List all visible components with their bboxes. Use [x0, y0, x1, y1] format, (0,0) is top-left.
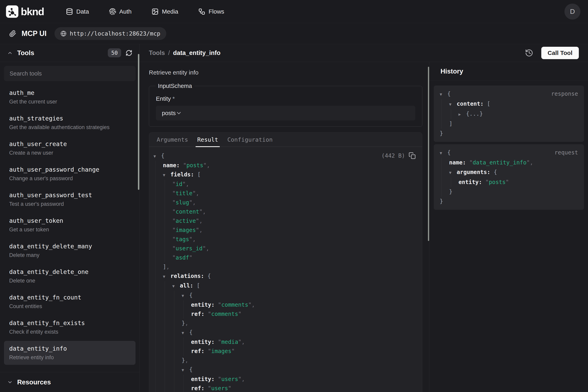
- expand-triangle-icon[interactable]: ▶: [458, 110, 466, 119]
- breadcrumb-parent[interactable]: Tools: [149, 49, 165, 56]
- history-header: History: [429, 62, 588, 81]
- json-line: name: "posts",: [154, 161, 415, 170]
- fingerprint-icon: [109, 8, 116, 15]
- tool-list-item[interactable]: auth_user_token Get a user token: [4, 213, 136, 237]
- tool-list-item[interactable]: auth_user_password_change Change a user'…: [4, 162, 136, 186]
- tool-list-item[interactable]: auth_user_password_test Test a user's pa…: [4, 188, 136, 212]
- refresh-icon[interactable]: [126, 50, 132, 56]
- nav-item-data[interactable]: Data: [66, 8, 89, 15]
- database-icon: [66, 8, 73, 15]
- json-line: ▼{: [154, 151, 415, 161]
- collapse-triangle-icon[interactable]: ▼: [449, 100, 457, 109]
- tool-list-item[interactable]: auth_me Get the current user: [4, 85, 136, 109]
- json-line: },: [154, 356, 415, 365]
- image-icon: [152, 8, 159, 15]
- tool-list-item[interactable]: auth_user_create Create a new user: [4, 136, 136, 160]
- tabs-row: Arguments Result Configuration: [149, 132, 422, 147]
- history-entries: response▼{▼content: [▶{...}]}request▼{na…: [429, 81, 588, 212]
- tool-name: auth_user_create: [9, 141, 130, 148]
- json-line: "tags",: [154, 235, 415, 244]
- tool-description: Test a user's password: [9, 201, 130, 207]
- mcp-url: http://localhost:28623/mcp: [70, 30, 160, 37]
- collapse-triangle-icon[interactable]: ▼: [163, 170, 171, 180]
- result-json-tree: ▼{name: "posts",▼fields: ["id","title","…: [154, 151, 415, 392]
- tool-description: Delete one: [9, 278, 130, 284]
- history-toggle-icon[interactable]: [525, 49, 533, 57]
- tool-name: data_entity_fn_exists: [9, 320, 130, 326]
- nav-label: Media: [162, 8, 178, 15]
- entity-select[interactable]: posts: [156, 106, 415, 120]
- tool-list-item[interactable]: data_entity_fn_exists Check if entity ex…: [4, 315, 136, 339]
- tab-configuration[interactable]: Configuration: [227, 132, 273, 147]
- user-avatar[interactable]: D: [565, 4, 581, 20]
- entity-field-label: Entity*: [156, 95, 418, 102]
- search-tools-input[interactable]: [4, 66, 136, 81]
- json-line: ▼{: [154, 328, 415, 338]
- nav-item-auth[interactable]: Auth: [109, 8, 132, 15]
- search-tools-wrap: [0, 62, 140, 85]
- json-line: ],: [154, 262, 415, 272]
- tab-arguments[interactable]: Arguments: [157, 132, 188, 147]
- bknd-logo-icon[interactable]: [6, 6, 18, 18]
- main-scrollbar-thumb[interactable]: [428, 67, 429, 241]
- history-entry-card[interactable]: response▼{▼content: [▶{...}]}: [434, 86, 584, 142]
- tab-result[interactable]: Result: [197, 132, 218, 147]
- nav-item-flows[interactable]: Flows: [198, 8, 224, 15]
- tool-list-item[interactable]: auth_strategies Get the available authen…: [4, 111, 136, 135]
- tools-count-badge: 50: [108, 48, 121, 57]
- tool-description: Get a user token: [9, 226, 130, 232]
- collapse-triangle-icon[interactable]: ▼: [163, 272, 171, 281]
- json-line: entity: "media",: [154, 338, 415, 347]
- json-line: ▼all: [: [154, 281, 415, 291]
- workflow-icon: [198, 8, 205, 15]
- json-line: entity: "comments",: [154, 300, 415, 310]
- chevron-up-icon: [7, 50, 13, 56]
- brand-wordmark: bknd: [21, 6, 44, 18]
- history-title: History: [440, 68, 463, 75]
- top-navbar: bknd Data Auth Media Flows D: [0, 0, 588, 23]
- tool-list-item[interactable]: data_entity_fn_count Count entities: [4, 290, 136, 314]
- tool-detail-panel: Retrieve entity info InputSchema Entity*…: [140, 62, 429, 392]
- tool-name: data_entity_delete_many: [9, 243, 130, 250]
- collapse-triangle-icon[interactable]: ▼: [449, 168, 457, 178]
- nav-item-media[interactable]: Media: [152, 8, 178, 15]
- nav-label: Flows: [208, 8, 224, 15]
- json-line: }: [440, 129, 579, 138]
- collapse-triangle-icon[interactable]: ▼: [154, 152, 161, 161]
- tool-description: Delete many: [9, 252, 130, 258]
- tool-list-item[interactable]: data_entity_info Retrieve entity info: [4, 341, 136, 365]
- json-line: ▼fields: [: [154, 170, 415, 180]
- mcp-url-badge[interactable]: http://localhost:28623/mcp: [54, 27, 166, 40]
- entity-select-value: posts: [162, 110, 176, 116]
- mcp-header-bar: MCP UI http://localhost:28623/mcp: [0, 23, 588, 44]
- json-line: ▼relations: {: [154, 272, 415, 281]
- json-line: ▼content: [: [440, 99, 579, 109]
- json-line: entity: "users",: [154, 374, 415, 384]
- sidebar-scrollbar-thumb[interactable]: [138, 54, 139, 190]
- input-schema-legend: InputSchema: [156, 83, 195, 89]
- history-entry-card[interactable]: request▼{name: "data_entity_info",▼argum…: [434, 144, 584, 210]
- resources-section-header[interactable]: Resources: [0, 372, 140, 392]
- collapse-triangle-icon[interactable]: ▼: [440, 148, 447, 158]
- json-line: ▼{: [440, 148, 579, 158]
- tool-list-item[interactable]: data_entity_delete_many Delete many: [4, 238, 136, 262]
- tools-section-header[interactable]: Tools 50: [0, 44, 140, 62]
- collapse-triangle-icon[interactable]: ▼: [182, 366, 189, 374]
- tool-name: data_entity_fn_count: [9, 294, 130, 301]
- collapse-triangle-icon[interactable]: ▼: [440, 90, 447, 99]
- json-line: ref: "images": [154, 347, 415, 356]
- tool-description: Get the available authentication strateg…: [9, 124, 130, 130]
- collapse-triangle-icon[interactable]: ▼: [182, 291, 189, 300]
- json-line: ]: [440, 119, 579, 129]
- history-panel: History response▼{▼content: [▶{...}]}req…: [429, 62, 588, 392]
- collapse-triangle-icon[interactable]: ▼: [182, 328, 189, 338]
- result-card: Arguments Result Configuration (442 B) ▼…: [149, 132, 422, 392]
- json-line: }: [440, 187, 579, 196]
- tool-list-item[interactable]: data_entity_delete_one Delete one: [4, 264, 136, 288]
- page-title: MCP UI: [21, 29, 46, 38]
- call-tool-button[interactable]: Call Tool: [541, 47, 579, 59]
- tool-name: data_entity_info: [9, 345, 130, 352]
- json-line: "users_id",: [154, 244, 415, 253]
- globe-icon: [60, 30, 66, 36]
- collapse-triangle-icon[interactable]: ▼: [172, 282, 180, 291]
